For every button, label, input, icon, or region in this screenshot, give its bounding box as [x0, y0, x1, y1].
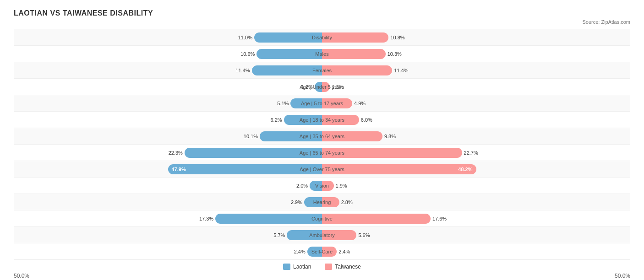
bar-right-value: 2.4% [338, 249, 350, 254]
bar-right-value: 17.6% [432, 216, 447, 221]
bar-right-value: 10.3% [387, 51, 402, 57]
legend-laotian-label: Laotian [293, 264, 311, 270]
bar-left-value: 10.6% [240, 51, 255, 57]
axis-left: 50.0% [14, 273, 29, 279]
chart-title: LAOTIAN VS TAIWANESE DISABILITY [14, 9, 630, 17]
bar-row: 11.4%11.4%Females [14, 62, 630, 79]
legend-taiwanese: Taiwanese [325, 264, 361, 270]
legend-laotian: Laotian [283, 264, 311, 270]
bar-row: 2.9%2.8%Hearing [14, 194, 630, 210]
source-label: Source: ZipAtlas.com [14, 19, 630, 25]
bar-left-value: 11.4% [235, 68, 250, 73]
legend: Laotian Taiwanese [14, 264, 630, 270]
bar-left-value: 22.3% [169, 150, 183, 156]
bar-right-value: 2.8% [341, 199, 353, 205]
bar-row: 10.6%10.3%Males [14, 46, 630, 62]
bar-row: 2.4%2.4%Self-Care [14, 243, 630, 260]
bar-right-value: 48.2% [458, 167, 472, 172]
bar-row: 5.1%4.9%Age | 5 to 17 years [14, 95, 630, 112]
bar-row: 10.1%9.8%Age | 35 to 64 years [14, 128, 630, 145]
bar-left-value: 10.1% [244, 134, 258, 139]
bar-right-value: 1.9% [336, 183, 347, 188]
bar-right-value: 1.3% [332, 84, 343, 90]
legend-laotian-box [283, 264, 290, 270]
bar-left-value: 5.7% [273, 232, 285, 238]
bar-row: 6.2%6.0%Age | 18 to 34 years [14, 112, 630, 128]
bar-left-value: 2.4% [294, 249, 306, 254]
legend-taiwanese-box [325, 264, 332, 270]
bar-row: 5.7%5.6%Ambulatory [14, 227, 630, 243]
bar-row: 1.2%1.3%Age | Under 5 years [14, 79, 630, 95]
bar-right-value: 22.7% [464, 150, 478, 156]
bar-right-value: 9.8% [384, 134, 396, 139]
bar-row: 22.3%22.7%Age | 65 to 74 years [14, 145, 630, 161]
bar-left-value: 17.3% [199, 216, 213, 221]
bar-left-value: 1.2% [301, 84, 313, 90]
axis-right: 50.0% [615, 273, 630, 279]
bar-right-value: 11.4% [394, 68, 408, 73]
bar-row: 47.9%48.2%Age | Over 75 years [14, 161, 630, 178]
bar-row: 17.3%17.6%Cognitive [14, 210, 630, 227]
axis-row: 50.0% 50.0% [14, 270, 630, 279]
bar-left-value: 2.9% [291, 199, 302, 205]
bar-right-value: 10.8% [390, 35, 404, 40]
bar-right-value: 4.9% [354, 101, 366, 106]
bar-left-value: 2.0% [296, 183, 308, 188]
bar-right-value: 6.0% [361, 117, 372, 123]
chart-container: 11.0%10.8%Disability10.6%10.3%Males11.4%… [14, 29, 630, 260]
bar-row: 2.0%1.9%Vision [14, 178, 630, 194]
bar-row: 11.0%10.8%Disability [14, 29, 630, 46]
bar-left-value: 5.1% [277, 101, 289, 106]
bar-left-value: 47.9% [172, 167, 186, 172]
legend-taiwanese-label: Taiwanese [335, 264, 361, 270]
bar-right-value: 5.6% [358, 232, 370, 238]
bar-left-value: 6.2% [270, 117, 282, 123]
bar-left-value: 11.0% [238, 35, 252, 40]
